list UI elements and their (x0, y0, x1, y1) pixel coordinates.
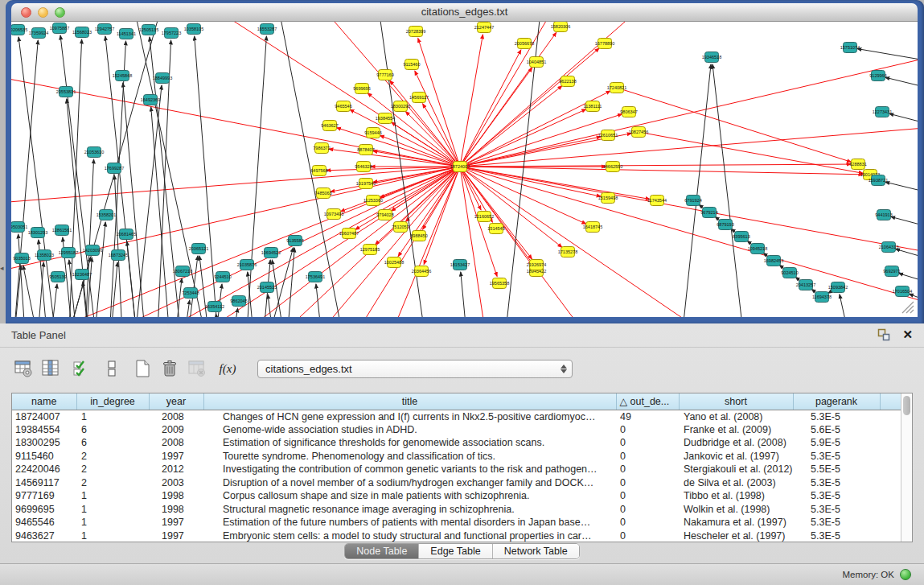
graph-edge[interactable] (108, 262, 117, 317)
graph-node[interactable]: 17016504 (893, 286, 912, 297)
graph-node[interactable]: 17135278 (558, 247, 577, 257)
graph-node[interactable]: 11694378 (812, 292, 832, 303)
column-header-short[interactable]: short (679, 393, 793, 410)
table-row[interactable]: 2242004622012Investigating the contribut… (12, 463, 901, 476)
column-header-title[interactable]: title (203, 393, 616, 410)
graph-node[interactable]: 19384554 (376, 113, 395, 124)
graph-node[interactable]: 14203096 (83, 245, 102, 256)
table-row[interactable]: 1938455462009Genome-wide association stu… (12, 423, 901, 437)
graph-node[interactable]: 16492369 (141, 95, 160, 105)
graph-node[interactable]: 9777169 (376, 70, 393, 80)
table-row[interactable]: 946362711997Embryonic stem cells: a mode… (12, 529, 901, 542)
graph-node[interactable]: 12942757 (95, 24, 114, 35)
graph-edge[interactable] (891, 216, 918, 231)
graph-edge[interactable] (460, 32, 556, 167)
graph-node[interactable]: 20364456 (412, 266, 431, 277)
graph-edge[interactable] (123, 83, 148, 317)
graph-edge[interactable] (151, 107, 172, 317)
graph-edge[interactable] (639, 132, 863, 173)
graph-node[interactable]: 11451341 (117, 29, 136, 39)
graph-node[interactable]: 12975185 (360, 245, 380, 255)
graph-node[interactable]: 18300295 (391, 101, 410, 112)
graph-node[interactable]: 7512057 (392, 222, 409, 233)
create-column-button[interactable] (130, 356, 154, 381)
graph-node[interactable]: 9465546 (335, 101, 351, 112)
graph-node[interactable]: 15245848 (113, 71, 132, 81)
table-row[interactable]: 977716911998Corpus callosum shape and si… (12, 489, 901, 503)
graph-node[interactable]: 18724007 (450, 162, 470, 172)
graph-edge[interactable] (423, 167, 460, 229)
graph-node[interactable]: 9505139 (49, 272, 66, 282)
table-scrollbar[interactable] (901, 393, 912, 542)
graph-node[interactable]: 8395613 (733, 232, 749, 242)
graph-node[interactable]: 15820306 (551, 22, 570, 32)
show-columns-button[interactable] (39, 356, 63, 381)
graph-node[interactable]: 18849993 (153, 73, 172, 84)
row-mode-button[interactable] (100, 356, 124, 381)
graph-node[interactable]: 9692971 (883, 266, 900, 277)
graph-node[interactable]: 20553831 (56, 87, 76, 97)
graph-edge[interactable] (896, 249, 918, 263)
graph-node[interactable]: 20681465 (117, 229, 136, 240)
graph-node[interactable]: 9794028 (376, 210, 393, 220)
function-builder-button[interactable]: f(x) (216, 356, 240, 381)
graph-node[interactable]: 10404851 (527, 57, 546, 68)
graph-node[interactable]: 17240821 (607, 83, 626, 93)
window-titlebar[interactable]: citations_edges.txt (11, 3, 918, 22)
graph-edge[interactable] (885, 77, 918, 92)
tab-node-table[interactable]: Node Table (345, 544, 419, 558)
graph-node[interactable]: 11358023 (35, 250, 54, 261)
graph-node[interactable]: 15751074 (840, 43, 860, 53)
graph-node[interactable]: 20413257 (796, 280, 815, 290)
graph-node[interactable]: 16778890 (595, 39, 614, 49)
graph-node[interactable]: 10975887 (50, 23, 69, 34)
table-row[interactable]: 1872400712008Changes of HCN gene express… (12, 410, 901, 423)
graph-node[interactable]: 9115460 (403, 60, 420, 70)
graph-edge[interactable] (460, 167, 918, 307)
graph-node[interactable]: 18153427 (450, 260, 470, 270)
graph-edge[interactable] (460, 167, 863, 175)
graph-node[interactable]: 12160652 (474, 212, 494, 222)
close-window-button[interactable] (21, 7, 31, 18)
graph-node[interactable]: 9679214 (700, 208, 717, 218)
graph-node[interactable]: 11743544 (647, 196, 667, 206)
graph-node[interactable]: 17536491 (306, 272, 325, 282)
graph-edge[interactable] (679, 64, 711, 317)
network-canvas[interactable]: 1872400791154609777169969969594655469463… (11, 22, 918, 317)
graph-node[interactable]: 19565358 (490, 278, 509, 289)
graph-node[interactable]: 8878407 (357, 145, 374, 155)
graph-node[interactable]: 6879193 (717, 220, 733, 230)
graph-node[interactable]: 16354112 (205, 302, 224, 312)
graph-edge[interactable] (92, 222, 105, 317)
graph-edge[interactable] (899, 274, 918, 287)
graph-edge[interactable] (840, 295, 854, 317)
graph-node[interactable]: 21247447 (474, 23, 494, 33)
graph-node[interactable]: 20206535 (11, 25, 27, 35)
graph-node[interactable]: 17699287 (105, 163, 124, 174)
graph-edge[interactable] (248, 272, 257, 317)
table-row[interactable]: 969969511998Structural magnetic resonanc… (12, 503, 901, 517)
graph-node[interactable]: 7253448 (182, 288, 199, 299)
graph-edge[interactable] (216, 314, 224, 317)
graph-node[interactable]: 16873245 (109, 250, 128, 261)
column-header-year[interactable]: year (149, 393, 203, 410)
graph-edge[interactable] (132, 85, 162, 317)
graph-node[interactable]: 16982453 (764, 256, 783, 266)
graph-edge[interactable] (180, 300, 190, 317)
column-header-name[interactable]: name (12, 393, 76, 410)
graph-node[interactable]: 1514545 (487, 224, 504, 234)
graph-edge[interactable] (317, 167, 460, 317)
delete-table-button[interactable] (185, 356, 209, 381)
graph-edge[interactable] (460, 167, 601, 196)
graph-node[interactable]: 9035013 (13, 253, 30, 264)
graph-edge[interactable] (713, 64, 747, 317)
graph-node[interactable]: 9159446 (364, 128, 381, 138)
resize-handle[interactable] (902, 302, 914, 313)
graph-node[interactable]: 14569117 (409, 93, 429, 103)
column-header-pagerank[interactable]: pagerank (793, 393, 880, 410)
graph-edge[interactable] (460, 22, 671, 167)
graph-node[interactable]: 9024510 (781, 268, 798, 278)
graph-node[interactable]: 10197540 (356, 179, 376, 189)
graph-node[interactable]: 10694522 (261, 248, 281, 258)
graph-node[interactable]: 19503051 (11, 222, 27, 233)
